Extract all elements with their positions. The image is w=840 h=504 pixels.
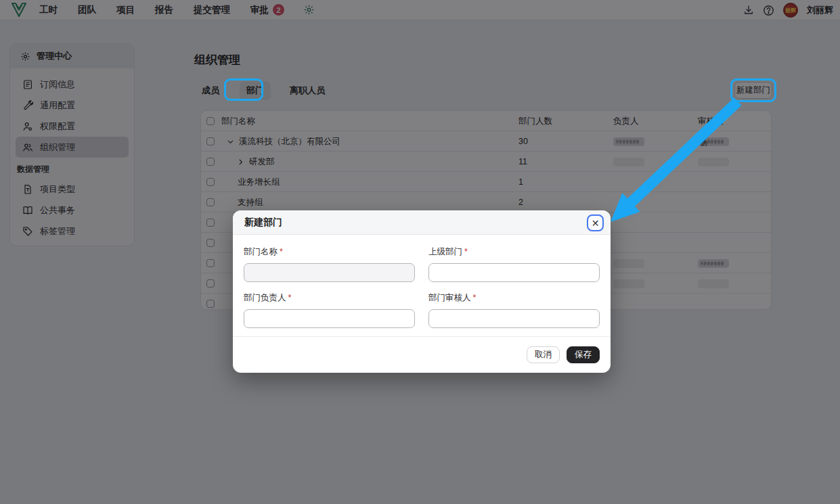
cancel-button[interactable]: 取消 xyxy=(527,346,560,363)
required-asterisk: * xyxy=(280,247,283,256)
form-field-上级部门: 上级部门* xyxy=(428,246,600,282)
input-部门负责人[interactable] xyxy=(244,309,415,328)
field-label: 部门名称* xyxy=(244,246,415,258)
required-asterisk: * xyxy=(464,247,468,256)
field-label: 部门负责人* xyxy=(244,292,415,304)
field-label: 上级部门* xyxy=(428,246,600,258)
form-field-部门名称: 部门名称* xyxy=(244,246,415,282)
save-button[interactable]: 保存 xyxy=(567,346,600,363)
dialog-title: 新建部门 xyxy=(244,216,282,229)
input-部门名称[interactable] xyxy=(244,263,415,282)
dialog-footer: 取消 保存 xyxy=(233,336,611,373)
form-field-部门审核人: 部门审核人* xyxy=(428,292,600,328)
form-field-部门负责人: 部门负责人* xyxy=(244,292,415,328)
new-department-dialog: 新建部门 ✕ 部门名称*上级部门*部门负责人*部门审核人* 取消 保存 xyxy=(233,210,611,373)
required-asterisk: * xyxy=(288,293,292,302)
input-部门审核人[interactable] xyxy=(428,309,600,328)
field-label: 部门审核人* xyxy=(428,292,600,304)
required-asterisk: * xyxy=(473,293,477,302)
close-icon[interactable]: ✕ xyxy=(587,214,604,231)
input-上级部门[interactable] xyxy=(428,263,600,282)
dialog-header: 新建部门 ✕ xyxy=(233,210,611,235)
